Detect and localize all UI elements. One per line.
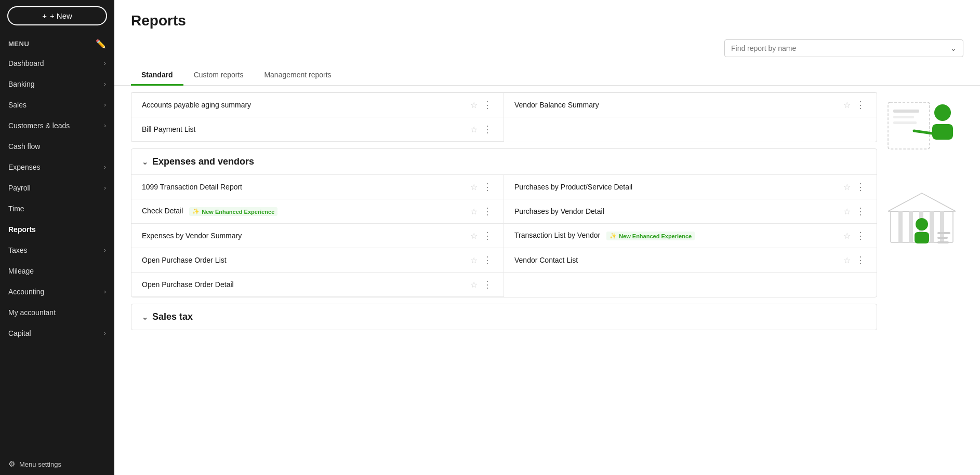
sidebar-item-payroll[interactable]: Payroll ›: [0, 178, 114, 198]
more-options-icon[interactable]: ⋮: [482, 99, 493, 111]
svg-point-14: [916, 218, 928, 230]
section-title: Expenses and vendors: [152, 156, 254, 167]
sidebar-item-label: Payroll: [8, 184, 31, 192]
partial-section: Accounts payable aging summary ☆ ⋮ Vendo…: [131, 92, 877, 142]
more-options-icon[interactable]: ⋮: [482, 254, 493, 266]
report-actions: ☆ ⋮: [470, 230, 493, 241]
new-button[interactable]: + + New: [7, 6, 107, 25]
report-name: Purchases by Vendor Detail: [514, 207, 839, 215]
report-item: Accounts payable aging summary ☆ ⋮: [131, 93, 504, 117]
sidebar-item-expenses[interactable]: Expenses ›: [0, 157, 114, 178]
sidebar-item-accounting[interactable]: Accounting ›: [0, 281, 114, 302]
report-actions: ☆ ⋮: [843, 99, 866, 111]
sidebar-item-dashboard[interactable]: Dashboard ›: [0, 53, 114, 74]
sidebar-item-capital[interactable]: Capital ›: [0, 323, 114, 344]
sidebar-item-label: Time: [8, 205, 24, 213]
favorite-icon[interactable]: ☆: [470, 182, 478, 192]
favorite-icon[interactable]: ☆: [843, 231, 851, 241]
chevron-right-icon: ›: [104, 330, 106, 337]
sidebar-item-sales[interactable]: Sales ›: [0, 94, 114, 115]
section-sales-tax-header[interactable]: ⌄ Sales tax: [131, 304, 877, 330]
menu-header: MENU ✏️: [0, 34, 114, 53]
sidebar-item-cash-flow[interactable]: Cash flow: [0, 136, 114, 157]
report-actions: ☆ ⋮: [470, 206, 493, 217]
tab-custom-reports[interactable]: Custom reports: [183, 65, 254, 86]
report-item: Expenses by Vendor Summary ☆ ⋮: [131, 224, 504, 248]
sidebar: + + New MENU ✏️ Dashboard › Banking › Sa…: [0, 0, 114, 475]
menu-settings-button[interactable]: ⚙ Menu settings: [0, 453, 114, 475]
tab-standard[interactable]: Standard: [131, 65, 183, 86]
main-content: Reports ⌄ Standard Custom reports Manage…: [114, 0, 980, 475]
search-dropdown-arrow[interactable]: ⌄: [950, 44, 957, 52]
menu-label: MENU: [8, 40, 29, 48]
svg-rect-17: [937, 237, 948, 239]
wand-icon: ✨: [192, 208, 200, 215]
favorite-icon[interactable]: ☆: [843, 255, 851, 265]
search-row: ⌄: [114, 39, 980, 65]
report-name: Vendor Contact List: [514, 256, 839, 264]
report-actions: ☆ ⋮: [470, 254, 493, 266]
sidebar-item-banking[interactable]: Banking ›: [0, 74, 114, 94]
edit-icon[interactable]: ✏️: [96, 39, 107, 49]
gear-icon: ⚙: [8, 459, 15, 469]
report-actions: ☆ ⋮: [843, 254, 866, 266]
report-item: Open Purchase Order List ☆ ⋮: [131, 248, 504, 273]
sidebar-item-label: Reports: [8, 225, 36, 234]
favorite-icon[interactable]: ☆: [470, 100, 478, 110]
reports-content: Accounts payable aging summary ☆ ⋮ Vendo…: [131, 92, 877, 469]
favorite-icon[interactable]: ☆: [843, 100, 851, 110]
report-item: Vendor Contact List ☆ ⋮: [504, 248, 877, 273]
report-item: Purchases by Product/Service Detail ☆ ⋮: [504, 175, 877, 199]
favorite-icon[interactable]: ☆: [470, 280, 478, 290]
svg-rect-16: [937, 232, 950, 234]
more-options-icon[interactable]: ⋮: [482, 206, 493, 217]
sidebar-item-my-accountant[interactable]: My accountant: [0, 302, 114, 323]
favorite-icon[interactable]: ☆: [843, 207, 851, 216]
section-expenses-vendors-header[interactable]: ⌄ Expenses and vendors: [131, 149, 877, 174]
more-options-icon[interactable]: ⋮: [855, 206, 866, 217]
tab-management-reports[interactable]: Management reports: [254, 65, 341, 86]
favorite-icon[interactable]: ☆: [470, 207, 478, 216]
favorite-icon[interactable]: ☆: [470, 231, 478, 241]
sidebar-item-customers-leads[interactable]: Customers & leads ›: [0, 115, 114, 136]
more-options-icon[interactable]: ⋮: [855, 254, 866, 266]
chevron-right-icon: ›: [104, 247, 106, 254]
collapse-icon: ⌄: [142, 158, 148, 166]
report-name: Vendor Balance Summary: [514, 101, 839, 109]
report-name: Open Purchase Order Detail: [142, 280, 466, 289]
svg-rect-2: [893, 116, 914, 118]
more-options-icon[interactable]: ⋮: [855, 230, 866, 241]
svg-point-4: [934, 104, 951, 121]
svg-rect-3: [893, 121, 917, 124]
report-item: Open Purchase Order Detail ☆ ⋮: [131, 273, 504, 297]
report-actions: ☆ ⋮: [470, 99, 493, 111]
person-document-illustration: [885, 97, 958, 154]
chevron-right-icon: ›: [104, 164, 106, 171]
sidebar-item-mileage[interactable]: Mileage: [0, 261, 114, 281]
collapse-icon: ⌄: [142, 313, 148, 321]
report-actions: ☆ ⋮: [843, 230, 866, 241]
svg-marker-8: [888, 193, 956, 211]
search-input[interactable]: [731, 44, 950, 52]
more-options-icon[interactable]: ⋮: [482, 181, 493, 193]
more-options-icon[interactable]: ⋮: [482, 279, 493, 290]
report-name: Expenses by Vendor Summary: [142, 232, 466, 240]
sidebar-item-reports[interactable]: Reports: [0, 219, 114, 240]
sidebar-item-time[interactable]: Time: [0, 198, 114, 219]
more-options-icon[interactable]: ⋮: [855, 181, 866, 193]
sidebar-item-label: My accountant: [8, 308, 56, 317]
sidebar-item-taxes[interactable]: Taxes ›: [0, 240, 114, 261]
wand-icon: ✨: [610, 233, 617, 239]
report-item: Vendor Balance Summary ☆ ⋮: [504, 93, 877, 117]
page-header: Reports: [114, 0, 980, 39]
enhanced-badge: ✨ New Enhanced Experience: [606, 232, 695, 240]
favorite-icon[interactable]: ☆: [470, 255, 478, 265]
svg-rect-1: [893, 110, 919, 113]
more-options-icon[interactable]: ⋮: [855, 99, 866, 111]
more-options-icon[interactable]: ⋮: [482, 124, 493, 135]
more-options-icon[interactable]: ⋮: [482, 230, 493, 241]
sidebar-item-label: Dashboard: [8, 59, 44, 67]
favorite-icon[interactable]: ☆: [470, 125, 478, 134]
favorite-icon[interactable]: ☆: [843, 182, 851, 192]
report-name: Accounts payable aging summary: [142, 101, 466, 109]
